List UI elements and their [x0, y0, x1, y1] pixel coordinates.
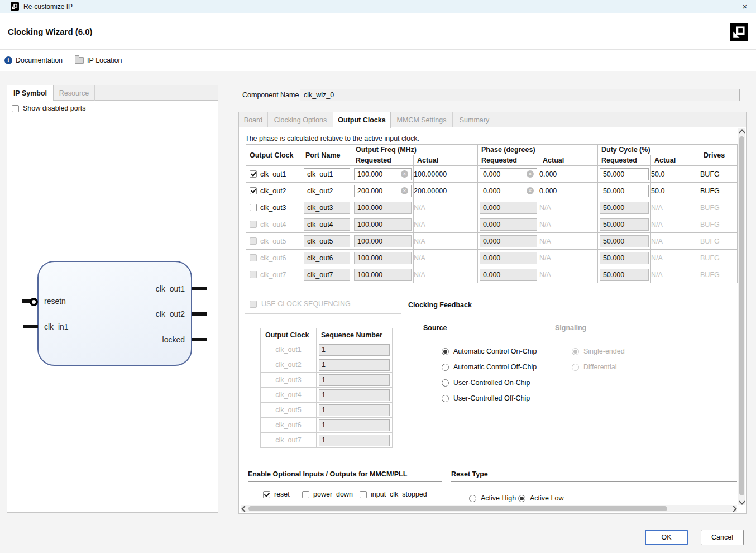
- output-clock-table: Output Clock Port Name Output Freq (MHz)…: [246, 144, 738, 283]
- sequence-number-field: 1: [319, 419, 390, 431]
- xilinx-logo: [730, 23, 748, 41]
- sequence-number-field: 1: [319, 374, 390, 386]
- phase-requested-field[interactable]: 0.000 ×: [480, 185, 537, 197]
- input-clk-stopped-checkbox-row[interactable]: input_clk_stopped: [360, 490, 427, 498]
- show-disabled-ports-label: Show disabled ports: [23, 104, 86, 112]
- tab-output-clocks[interactable]: Output Clocks: [333, 112, 391, 128]
- sequence-number-field: 1: [319, 435, 390, 446]
- duty-requested-field: 50.000: [600, 269, 649, 281]
- table-row: clk_out4 clk_out4 100.000 N/A 0.000 N/A …: [246, 216, 738, 233]
- freq-requested-value: 200.000: [357, 187, 382, 195]
- col-duty-cycle: Duty Cycle (%): [598, 145, 700, 155]
- freq-actual-value: N/A: [414, 250, 478, 266]
- clear-icon[interactable]: ×: [527, 170, 534, 178]
- clk-out1-checkbox[interactable]: [250, 170, 257, 178]
- reset-checkbox-row[interactable]: reset: [263, 490, 290, 498]
- freq-requested-field[interactable]: 200.000 ×: [354, 185, 412, 197]
- reset-checkbox[interactable]: [263, 491, 270, 498]
- duty-actual-value: N/A: [651, 233, 700, 250]
- radio-user-controlled-on-chip[interactable]: User-Controlled On-Chip: [442, 379, 530, 387]
- clk-out2-checkbox[interactable]: [250, 187, 257, 194]
- cancel-button[interactable]: Cancel: [701, 530, 744, 545]
- freq-actual-value: N/A: [414, 216, 478, 233]
- drives-value: BUFG: [700, 199, 738, 216]
- radio-icon[interactable]: [442, 379, 449, 387]
- sequence-number-field: 1: [319, 344, 390, 356]
- documentation-button[interactable]: i Documentation: [4, 56, 63, 64]
- divider: [555, 335, 737, 335]
- tab-summary[interactable]: Summary: [453, 112, 496, 127]
- vertical-scroll-thumb[interactable]: [739, 136, 744, 495]
- horizontal-scroll-thumb[interactable]: [248, 506, 667, 511]
- tab-mmcm-settings[interactable]: MMCM Settings: [391, 112, 453, 127]
- scroll-down-button[interactable]: [738, 498, 745, 505]
- component-name-input[interactable]: [300, 89, 740, 101]
- table-row: clk_out2 clk_out2 200.000 × 200.00000 0.…: [246, 183, 738, 199]
- xilinx-logo-icon: [11, 2, 19, 11]
- clear-icon[interactable]: ×: [401, 187, 408, 194]
- radio-user-controlled-off-chip[interactable]: User-Controlled Off-Chip: [442, 394, 530, 402]
- seq-clock-label: clk_out2: [261, 357, 317, 373]
- radio-icon[interactable]: [442, 395, 449, 402]
- port-name-field[interactable]: clk_out2: [304, 185, 350, 197]
- sequence-table: Output Clock Sequence Number clk_out1 1 …: [260, 328, 393, 448]
- col-output-freq: Output Freq (MHz): [352, 145, 478, 155]
- freq-requested-field: 100.000: [354, 269, 412, 281]
- radio-icon[interactable]: [518, 495, 525, 502]
- power-down-checkbox-row[interactable]: power_down: [302, 490, 353, 498]
- close-icon[interactable]: ×: [739, 1, 750, 12]
- duty-requested-field[interactable]: 50.000: [600, 168, 649, 180]
- freq-requested-field: 100.000: [354, 252, 412, 264]
- port-locked: locked: [118, 335, 185, 344]
- tab-ip-symbol[interactable]: IP Symbol: [7, 85, 54, 101]
- seq-clock-label: clk_out4: [261, 388, 317, 403]
- output-clock-name: clk_out1: [260, 170, 286, 178]
- phase-requested-field[interactable]: 0.000 ×: [480, 168, 537, 180]
- port-name-field[interactable]: clk_out1: [304, 168, 350, 180]
- radio-icon[interactable]: [442, 364, 449, 371]
- duty-requested-field: 50.000: [600, 235, 649, 247]
- checkbox-label: input_clk_stopped: [371, 490, 427, 498]
- use-clock-sequencing-label: USE CLOCK SEQUENCING: [261, 300, 351, 308]
- sequence-number-field: 1: [319, 404, 390, 416]
- duty-requested-field[interactable]: 50.000: [600, 185, 649, 197]
- clk-out7-checkbox: [250, 271, 257, 278]
- sequence-number-field: 1: [319, 359, 390, 371]
- radio-automatic-control-off-chip[interactable]: Automatic Control Off-Chip: [442, 363, 537, 371]
- ok-button[interactable]: OK: [645, 530, 688, 545]
- reset-type-title: Reset Type: [451, 470, 488, 478]
- seq-clock-label: clk_out5: [261, 403, 317, 418]
- ip-location-button[interactable]: IP Location: [75, 56, 122, 64]
- radio-icon[interactable]: [469, 495, 476, 502]
- clear-icon[interactable]: ×: [527, 187, 534, 194]
- scroll-left-button[interactable]: [241, 505, 248, 512]
- clk-out1-pin-stub: [192, 287, 207, 290]
- tab-board[interactable]: Board: [239, 112, 268, 127]
- clear-icon[interactable]: ×: [401, 170, 408, 178]
- show-disabled-ports[interactable]: Show disabled ports: [12, 104, 86, 112]
- tab-clocking-options[interactable]: Clocking Options: [268, 112, 333, 127]
- toolbar: i Documentation IP Location: [0, 50, 756, 71]
- vertical-scrollbar[interactable]: [738, 128, 745, 505]
- scroll-up-button[interactable]: [738, 128, 745, 136]
- freq-requested-field[interactable]: 100.000 ×: [354, 168, 412, 180]
- radio-label: Single-ended: [583, 347, 625, 355]
- scroll-right-button[interactable]: [730, 505, 737, 512]
- horizontal-scrollbar[interactable]: [241, 505, 737, 512]
- show-disabled-ports-checkbox[interactable]: [12, 105, 19, 112]
- locked-pin-stub: [192, 338, 207, 341]
- checkbox-label: reset: [274, 490, 290, 498]
- tab-resource[interactable]: Resource: [54, 85, 95, 101]
- radio-active-low[interactable]: Active Low: [518, 494, 563, 502]
- drives-value: BUFG: [700, 216, 738, 233]
- radio-icon[interactable]: [442, 348, 449, 355]
- radio-active-high[interactable]: Active High: [469, 494, 516, 502]
- freq-requested-field: 100.000: [354, 218, 412, 231]
- clk-out3-checkbox[interactable]: [250, 204, 257, 211]
- input-clk-stopped-checkbox[interactable]: [360, 491, 367, 498]
- radio-label: Active High: [481, 494, 516, 502]
- power-down-checkbox[interactable]: [302, 491, 309, 498]
- radio-automatic-control-on-chip[interactable]: Automatic Control On-Chip: [442, 347, 537, 355]
- port-name-field: clk_out3: [304, 202, 350, 214]
- col-port-name: Port Name: [302, 145, 352, 166]
